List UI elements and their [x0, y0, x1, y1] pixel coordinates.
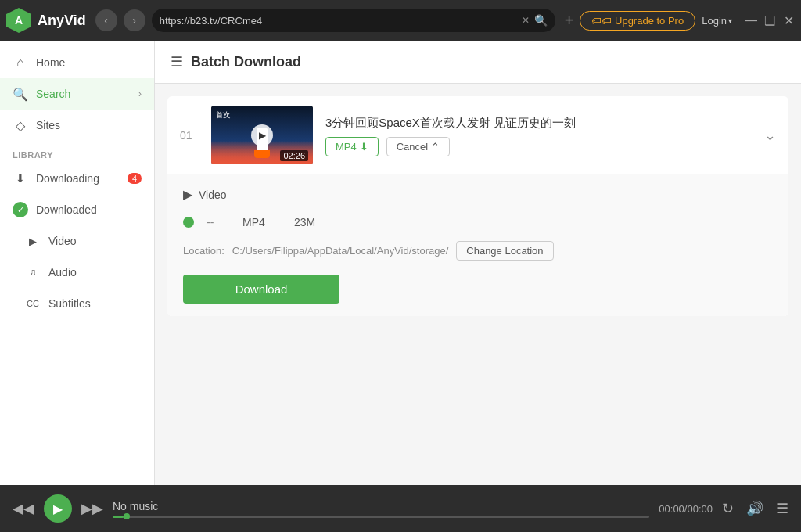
nav-back-button[interactable]: ‹	[95, 9, 117, 31]
sidebar-subtitles-label: Subtitles	[48, 297, 142, 310]
url-search-icon[interactable]: 🔍	[534, 14, 548, 27]
url-text: https://b23.tv/CRCme4	[160, 15, 517, 27]
location-row: Location: C:/Users/Filippa/AppData/Local…	[183, 241, 773, 267]
collapse-icon[interactable]: ⌄	[764, 127, 776, 144]
video-title: 3分钟回顾SpaceX首次载人发射 见证历史的一刻	[325, 114, 752, 131]
nav-forward-button[interactable]: ›	[124, 9, 145, 31]
search-arrow-icon: ›	[138, 88, 142, 99]
sidebar-item-sites[interactable]: ◇ Sites	[0, 110, 154, 141]
player-bar: ◀◀ ▶ ▶▶ No music 00:00/00:00 ↻ 🔊 ☰	[0, 485, 801, 532]
home-icon: ⌂	[13, 55, 28, 70]
progress-fill	[113, 516, 124, 518]
video-duration: 02:26	[280, 150, 308, 161]
detail-dash: --	[207, 216, 230, 228]
window-controls: — ❑ ✕	[745, 14, 795, 27]
sidebar-item-downloading[interactable]: ⬇ Downloading 4	[0, 163, 154, 194]
app-name: AnyVid	[38, 13, 86, 29]
time-display: 00:00/00:00	[659, 503, 713, 515]
volume-button[interactable]: 🔊	[746, 500, 763, 517]
sidebar-search-label: Search	[36, 88, 131, 100]
sidebar-video-label: Video	[48, 235, 142, 247]
sites-icon: ◇	[13, 117, 28, 133]
repeat-button[interactable]: ↻	[722, 500, 734, 517]
quality-indicator	[183, 217, 194, 228]
sidebar-audio-label: Audio	[48, 266, 142, 279]
app-logo: A AnyVid	[6, 8, 86, 33]
add-tab-button[interactable]: +	[565, 12, 574, 30]
download-arrow-icon: ⬇	[360, 141, 368, 153]
content-area: ☰ Batch Download 01 首次 ▶	[155, 41, 801, 485]
upgrade-label: 🏷 Upgrade to Pro	[602, 15, 684, 27]
login-button[interactable]: Login ▾	[702, 15, 732, 27]
login-chevron-icon: ▾	[728, 16, 732, 25]
cancel-label: Cancel	[397, 141, 428, 153]
video-detail-panel: ▶ Video -- MP4 23M Location: C:/Users/Fi…	[167, 174, 788, 316]
close-button[interactable]: ✕	[782, 14, 795, 27]
song-info: No music	[113, 500, 649, 518]
next-track-button[interactable]: ▶▶	[81, 500, 103, 517]
page-title: Batch Download	[191, 54, 301, 70]
page-header: ☰ Batch Download	[155, 41, 801, 84]
downloading-icon: ⬇	[13, 171, 28, 186]
sidebar-item-subtitles[interactable]: CC Subtitles	[0, 288, 154, 319]
detail-header: ▶ Video	[183, 187, 773, 202]
cancel-chevron-icon: ⌃	[431, 141, 440, 153]
video-header: 01 首次 ▶ 02:26	[167, 96, 788, 174]
main-layout: ⌂ Home 🔍 Search › ◇ Sites Library ⬇ Down…	[0, 41, 801, 485]
sidebar-item-search[interactable]: 🔍 Search ›	[0, 78, 154, 110]
change-location-button[interactable]: Change Location	[456, 241, 553, 261]
logo-icon: A	[6, 8, 31, 33]
sidebar-home-label: Home	[36, 56, 142, 69]
video-sub-icon: ▶	[25, 233, 41, 249]
upgrade-icon: 🏷	[591, 15, 602, 27]
sidebar-downloading-label: Downloading	[36, 172, 120, 185]
url-bar: https://b23.tv/CRCme4 ✕ 🔍	[152, 9, 555, 32]
audio-icon: ♫	[25, 264, 41, 280]
sidebar-item-audio[interactable]: ♫ Audio	[0, 257, 154, 288]
sidebar-item-home[interactable]: ⌂ Home	[0, 47, 154, 78]
video-actions: MP4 ⬇ Cancel ⌃	[325, 137, 752, 156]
prev-track-button[interactable]: ◀◀	[13, 500, 34, 517]
detail-header-label: Video	[199, 189, 227, 201]
video-type-icon: ▶	[183, 187, 192, 202]
progress-bar[interactable]	[113, 516, 649, 518]
detail-format: MP4	[242, 216, 282, 228]
thumb-play-icon: ▶	[251, 124, 273, 146]
video-thumbnail: 首次 ▶ 02:26	[211, 106, 313, 164]
video-info: 3分钟回顾SpaceX首次载人发射 见证历史的一刻 MP4 ⬇ Cancel ⌃	[325, 114, 752, 156]
cancel-button[interactable]: Cancel ⌃	[386, 137, 450, 156]
location-label: Location:	[183, 245, 224, 257]
progress-dot	[124, 513, 130, 519]
sidebar-sites-label: Sites	[36, 119, 142, 131]
downloading-badge: 4	[128, 173, 142, 184]
format-label: MP4	[336, 141, 357, 153]
player-right-controls: ↻ 🔊 ☰	[722, 500, 788, 517]
search-icon: 🔍	[13, 86, 28, 102]
minimize-button[interactable]: —	[745, 14, 757, 27]
detail-row: -- MP4 23M	[183, 211, 773, 233]
sidebar: ⌂ Home 🔍 Search › ◇ Sites Library ⬇ Down…	[0, 41, 155, 485]
sidebar-item-downloaded[interactable]: ✓ Downloaded	[0, 194, 154, 225]
login-label: Login	[702, 15, 727, 27]
download-button[interactable]: Download	[183, 275, 339, 304]
library-divider: Library	[0, 141, 154, 163]
detail-size: 23M	[294, 216, 315, 228]
format-button[interactable]: MP4 ⬇	[325, 137, 379, 156]
playlist-button[interactable]: ☰	[776, 500, 788, 517]
list-icon: ☰	[171, 53, 183, 70]
downloaded-check-icon: ✓	[13, 202, 28, 217]
upgrade-button[interactable]: 🏷 🏷 Upgrade to Pro	[580, 11, 695, 31]
url-close-icon[interactable]: ✕	[522, 15, 530, 26]
video-card: 01 首次 ▶ 02:26	[167, 96, 788, 316]
location-path: C:/Users/Filippa/AppData/Local/AnyVid/st…	[232, 245, 449, 257]
titlebar: A AnyVid ‹ › https://b23.tv/CRCme4 ✕ 🔍 +…	[0, 0, 801, 41]
song-title: No music	[113, 500, 649, 512]
sidebar-item-video[interactable]: ▶ Video	[0, 225, 154, 257]
sidebar-downloaded-label: Downloaded	[36, 203, 142, 216]
maximize-button[interactable]: ❑	[763, 14, 776, 27]
subtitles-icon: CC	[25, 296, 41, 311]
play-button[interactable]: ▶	[44, 494, 72, 523]
video-number: 01	[180, 129, 199, 142]
